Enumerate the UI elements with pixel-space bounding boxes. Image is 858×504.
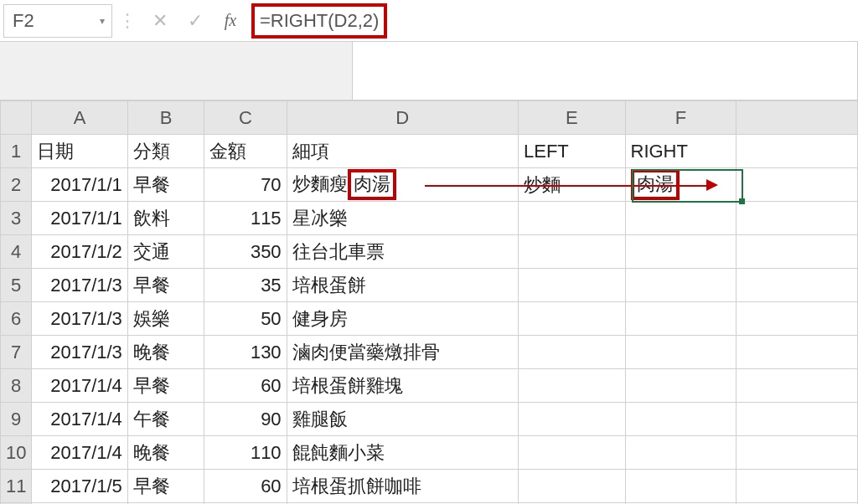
cell[interactable]: 2017/1/3: [32, 302, 127, 336]
cell[interactable]: [737, 135, 858, 168]
row-header[interactable]: 5: [1, 269, 32, 302]
cell[interactable]: 70: [204, 168, 287, 202]
cell[interactable]: 90: [204, 403, 287, 436]
cell[interactable]: [519, 436, 626, 470]
cell[interactable]: [519, 302, 626, 336]
cell[interactable]: 早餐: [127, 269, 204, 302]
cell[interactable]: [625, 302, 737, 336]
row-header[interactable]: 10: [1, 436, 32, 470]
cell[interactable]: RIGHT: [625, 135, 737, 168]
col-header-B[interactable]: B: [127, 101, 204, 135]
cell[interactable]: 2017/1/1: [32, 202, 127, 235]
cell[interactable]: [737, 436, 858, 470]
cell[interactable]: 飲料: [127, 202, 204, 235]
cell[interactable]: [625, 336, 737, 369]
cell[interactable]: 2017/1/4: [32, 369, 127, 403]
cell[interactable]: 培根蛋餅雞塊: [287, 369, 518, 403]
cell[interactable]: 2017/1/1: [32, 168, 127, 202]
cell[interactable]: [519, 269, 626, 302]
cell[interactable]: 日期: [32, 135, 127, 168]
cell[interactable]: [737, 302, 858, 336]
spreadsheet[interactable]: A B C D E F 1 日期 分類 金額 細項 LEFT RIGHT 2 2…: [0, 100, 858, 504]
cell[interactable]: [737, 403, 858, 436]
row-header[interactable]: 4: [1, 235, 32, 269]
cell[interactable]: [737, 168, 858, 202]
cell[interactable]: 滷肉便當藥燉排骨: [287, 336, 518, 369]
row-header[interactable]: 1: [1, 135, 32, 168]
col-header-A[interactable]: A: [32, 101, 127, 135]
cell[interactable]: [519, 235, 626, 269]
row-header[interactable]: 9: [1, 403, 32, 436]
cell[interactable]: [519, 403, 626, 436]
cell[interactable]: 110: [204, 436, 287, 470]
cell[interactable]: 培根蛋抓餅咖啡: [287, 470, 518, 503]
cell[interactable]: 星冰樂: [287, 202, 518, 235]
cell[interactable]: [519, 336, 626, 369]
cell[interactable]: [737, 336, 858, 369]
cell[interactable]: 娛樂: [127, 302, 204, 336]
cell[interactable]: [625, 436, 737, 470]
cell[interactable]: [625, 202, 737, 235]
cell[interactable]: 往台北車票: [287, 235, 518, 269]
cell[interactable]: 晚餐: [127, 336, 204, 369]
cell[interactable]: 健身房: [287, 302, 518, 336]
cell[interactable]: 115: [204, 202, 287, 235]
chevron-down-icon[interactable]: ▾: [100, 15, 111, 27]
row-header[interactable]: 3: [1, 202, 32, 235]
cell[interactable]: 早餐: [127, 168, 204, 202]
cell[interactable]: [625, 369, 737, 403]
confirm-formula-button[interactable]: ✓: [178, 4, 213, 38]
cell[interactable]: 早餐: [127, 369, 204, 403]
cell[interactable]: 2017/1/4: [32, 403, 127, 436]
cell[interactable]: [737, 269, 858, 302]
cell[interactable]: [519, 202, 626, 235]
cell[interactable]: 2017/1/5: [32, 470, 127, 503]
cell[interactable]: 60: [204, 470, 287, 503]
cell[interactable]: 金額: [204, 135, 287, 168]
cell[interactable]: [737, 470, 858, 503]
col-header-G[interactable]: [737, 101, 858, 135]
cell[interactable]: 2017/1/2: [32, 235, 127, 269]
row-header[interactable]: 8: [1, 369, 32, 403]
cell[interactable]: 午餐: [127, 403, 204, 436]
cell[interactable]: 晚餐: [127, 436, 204, 470]
name-box[interactable]: F2 ▾: [3, 4, 112, 38]
formula-input[interactable]: =RIGHT(D2,2): [248, 4, 858, 38]
cell[interactable]: [625, 470, 737, 503]
cell[interactable]: [625, 403, 737, 436]
cell[interactable]: [737, 235, 858, 269]
cell[interactable]: 2017/1/4: [32, 436, 127, 470]
col-header-D[interactable]: D: [287, 101, 518, 135]
row-header[interactable]: 11: [1, 470, 32, 503]
cell[interactable]: LEFT: [519, 135, 626, 168]
row-header[interactable]: 2: [1, 168, 32, 202]
cell[interactable]: 培根蛋餅: [287, 269, 518, 302]
cell[interactable]: 50: [204, 302, 287, 336]
col-header-C[interactable]: C: [204, 101, 287, 135]
cell[interactable]: [625, 235, 737, 269]
select-all-corner[interactable]: [1, 101, 32, 135]
cell[interactable]: 35: [204, 269, 287, 302]
cell[interactable]: 350: [204, 235, 287, 269]
cell[interactable]: 60: [204, 369, 287, 403]
cell[interactable]: 餛飩麵小菜: [287, 436, 518, 470]
cell[interactable]: 130: [204, 336, 287, 369]
cell[interactable]: [519, 369, 626, 403]
cell[interactable]: 早餐: [127, 470, 204, 503]
cancel-formula-button[interactable]: ✕: [142, 4, 178, 38]
cell[interactable]: 細項: [287, 135, 518, 168]
cell[interactable]: 交通: [127, 235, 204, 269]
cell[interactable]: [737, 369, 858, 403]
insert-function-button[interactable]: fx: [213, 4, 248, 38]
row-header[interactable]: 6: [1, 302, 32, 336]
row-header[interactable]: 7: [1, 336, 32, 369]
col-header-F[interactable]: F: [625, 101, 737, 135]
cell[interactable]: 雞腿飯: [287, 403, 518, 436]
cell[interactable]: [519, 470, 626, 503]
cell[interactable]: [737, 202, 858, 235]
col-header-E[interactable]: E: [519, 101, 626, 135]
cell[interactable]: 2017/1/3: [32, 269, 127, 302]
cell[interactable]: 分類: [127, 135, 204, 168]
cell[interactable]: [625, 269, 737, 302]
cell[interactable]: 2017/1/3: [32, 336, 127, 369]
